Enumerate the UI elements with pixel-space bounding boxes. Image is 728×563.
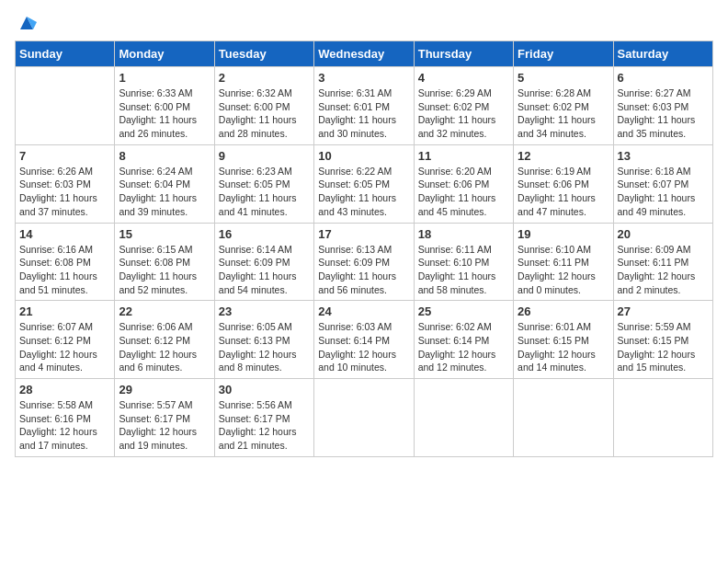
- day-number: 6: [618, 71, 709, 85]
- calendar-cell: 6Sunrise: 6:27 AMSunset: 6:03 PMDaylight…: [613, 67, 712, 145]
- day-info: Sunrise: 6:07 AMSunset: 6:12 PMDaylight:…: [19, 320, 110, 374]
- day-number: 16: [219, 227, 310, 241]
- calendar-cell: 18Sunrise: 6:11 AMSunset: 6:10 PMDayligh…: [414, 223, 513, 301]
- day-number: 26: [518, 304, 609, 318]
- calendar-cell: 3Sunrise: 6:31 AMSunset: 6:01 PMDaylight…: [314, 67, 414, 145]
- day-info: Sunrise: 6:16 AMSunset: 6:08 PMDaylight:…: [19, 243, 110, 297]
- day-number: 8: [119, 149, 210, 163]
- calendar-week-1: 1Sunrise: 6:33 AMSunset: 6:00 PMDaylight…: [16, 67, 713, 145]
- day-number: 18: [418, 227, 509, 241]
- calendar-cell: 20Sunrise: 6:09 AMSunset: 6:11 PMDayligh…: [613, 223, 712, 301]
- day-number: 4: [418, 71, 509, 85]
- calendar-week-2: 7Sunrise: 6:26 AMSunset: 6:03 PMDaylight…: [16, 144, 713, 223]
- day-info: Sunrise: 6:26 AMSunset: 6:03 PMDaylight:…: [19, 165, 110, 219]
- day-number: 10: [318, 149, 409, 163]
- calendar-week-5: 28Sunrise: 5:58 AMSunset: 6:16 PMDayligh…: [16, 379, 713, 457]
- calendar-cell: [613, 379, 712, 457]
- calendar-cell: [314, 379, 414, 457]
- header-thursday: Thursday: [414, 41, 513, 67]
- day-number: 17: [318, 227, 409, 241]
- day-number: 2: [219, 71, 310, 85]
- day-info: Sunrise: 6:11 AMSunset: 6:10 PMDaylight:…: [418, 243, 509, 297]
- day-info: Sunrise: 6:33 AMSunset: 6:00 PMDaylight:…: [119, 86, 210, 141]
- calendar-cell: 27Sunrise: 5:59 AMSunset: 6:15 PMDayligh…: [613, 301, 712, 379]
- day-number: 25: [418, 304, 509, 318]
- day-info: Sunrise: 6:09 AMSunset: 6:11 PMDaylight:…: [618, 243, 709, 297]
- day-number: 19: [518, 227, 609, 241]
- logo: [15, 15, 37, 33]
- day-info: Sunrise: 6:19 AMSunset: 6:06 PMDaylight:…: [518, 165, 609, 219]
- calendar-cell: 22Sunrise: 6:06 AMSunset: 6:12 PMDayligh…: [115, 301, 214, 379]
- day-info: Sunrise: 6:15 AMSunset: 6:08 PMDaylight:…: [119, 243, 210, 297]
- calendar-cell: 11Sunrise: 6:20 AMSunset: 6:06 PMDayligh…: [414, 144, 513, 223]
- header-saturday: Saturday: [613, 41, 712, 67]
- logo-icon: [17, 13, 37, 33]
- day-info: Sunrise: 6:28 AMSunset: 6:02 PMDaylight:…: [518, 86, 609, 141]
- day-info: Sunrise: 5:59 AMSunset: 6:15 PMDaylight:…: [618, 320, 709, 374]
- calendar-cell: 24Sunrise: 6:03 AMSunset: 6:14 PMDayligh…: [314, 301, 414, 379]
- day-number: 28: [19, 383, 110, 396]
- day-info: Sunrise: 6:31 AMSunset: 6:01 PMDaylight:…: [318, 86, 409, 141]
- day-info: Sunrise: 6:10 AMSunset: 6:11 PMDaylight:…: [518, 243, 609, 297]
- day-number: 15: [119, 227, 210, 241]
- calendar-cell: 8Sunrise: 6:24 AMSunset: 6:04 PMDaylight…: [115, 144, 214, 223]
- calendar-cell: [514, 379, 613, 457]
- header-friday: Friday: [514, 41, 613, 67]
- header-tuesday: Tuesday: [214, 41, 313, 67]
- day-info: Sunrise: 6:02 AMSunset: 6:14 PMDaylight:…: [418, 320, 509, 374]
- calendar-cell: 5Sunrise: 6:28 AMSunset: 6:02 PMDaylight…: [514, 67, 613, 145]
- day-info: Sunrise: 5:56 AMSunset: 6:17 PMDaylight:…: [219, 398, 310, 453]
- day-number: 27: [618, 304, 709, 318]
- day-info: Sunrise: 6:05 AMSunset: 6:13 PMDaylight:…: [219, 320, 310, 374]
- calendar-cell: [16, 67, 115, 145]
- day-info: Sunrise: 6:29 AMSunset: 6:02 PMDaylight:…: [418, 86, 509, 141]
- calendar-week-3: 14Sunrise: 6:16 AMSunset: 6:08 PMDayligh…: [16, 223, 713, 301]
- day-number: 5: [518, 71, 609, 85]
- calendar-cell: 21Sunrise: 6:07 AMSunset: 6:12 PMDayligh…: [16, 301, 115, 379]
- day-number: 29: [119, 383, 210, 396]
- calendar-cell: 15Sunrise: 6:15 AMSunset: 6:08 PMDayligh…: [115, 223, 214, 301]
- day-info: Sunrise: 6:13 AMSunset: 6:09 PMDaylight:…: [318, 243, 409, 297]
- day-number: 9: [219, 149, 310, 163]
- calendar-cell: 25Sunrise: 6:02 AMSunset: 6:14 PMDayligh…: [414, 301, 513, 379]
- day-info: Sunrise: 6:20 AMSunset: 6:06 PMDaylight:…: [418, 165, 509, 219]
- day-number: 1: [119, 71, 210, 85]
- day-number: 23: [219, 304, 310, 318]
- calendar-cell: 1Sunrise: 6:33 AMSunset: 6:00 PMDaylight…: [115, 67, 214, 145]
- day-number: 3: [318, 71, 409, 85]
- day-number: 7: [19, 149, 110, 163]
- calendar-cell: 16Sunrise: 6:14 AMSunset: 6:09 PMDayligh…: [214, 223, 313, 301]
- day-info: Sunrise: 5:58 AMSunset: 6:16 PMDaylight:…: [19, 398, 110, 453]
- calendar-cell: 19Sunrise: 6:10 AMSunset: 6:11 PMDayligh…: [514, 223, 613, 301]
- calendar-cell: 17Sunrise: 6:13 AMSunset: 6:09 PMDayligh…: [314, 223, 414, 301]
- day-number: 13: [618, 149, 709, 163]
- calendar-cell: 12Sunrise: 6:19 AMSunset: 6:06 PMDayligh…: [514, 144, 613, 223]
- calendar-cell: 13Sunrise: 6:18 AMSunset: 6:07 PMDayligh…: [613, 144, 712, 223]
- day-info: Sunrise: 6:18 AMSunset: 6:07 PMDaylight:…: [618, 165, 709, 219]
- calendar-header-row: SundayMondayTuesdayWednesdayThursdayFrid…: [16, 41, 713, 67]
- day-info: Sunrise: 6:03 AMSunset: 6:14 PMDaylight:…: [318, 320, 409, 374]
- calendar-cell: 29Sunrise: 5:57 AMSunset: 6:17 PMDayligh…: [115, 379, 214, 457]
- calendar-week-4: 21Sunrise: 6:07 AMSunset: 6:12 PMDayligh…: [16, 301, 713, 379]
- day-info: Sunrise: 6:06 AMSunset: 6:12 PMDaylight:…: [119, 320, 210, 374]
- calendar-cell: [414, 379, 513, 457]
- day-info: Sunrise: 6:22 AMSunset: 6:05 PMDaylight:…: [318, 165, 409, 219]
- day-number: 22: [119, 304, 210, 318]
- header-sunday: Sunday: [16, 41, 115, 67]
- calendar-cell: 23Sunrise: 6:05 AMSunset: 6:13 PMDayligh…: [214, 301, 313, 379]
- day-info: Sunrise: 6:32 AMSunset: 6:00 PMDaylight:…: [219, 86, 310, 141]
- page-header: [15, 15, 713, 33]
- day-number: 20: [618, 227, 709, 241]
- calendar-table: SundayMondayTuesdayWednesdayThursdayFrid…: [15, 40, 713, 457]
- day-info: Sunrise: 5:57 AMSunset: 6:17 PMDaylight:…: [119, 398, 210, 453]
- day-info: Sunrise: 6:24 AMSunset: 6:04 PMDaylight:…: [119, 165, 210, 219]
- day-number: 21: [19, 304, 110, 318]
- calendar-cell: 7Sunrise: 6:26 AMSunset: 6:03 PMDaylight…: [16, 144, 115, 223]
- calendar-cell: 14Sunrise: 6:16 AMSunset: 6:08 PMDayligh…: [16, 223, 115, 301]
- day-number: 14: [19, 227, 110, 241]
- header-wednesday: Wednesday: [314, 41, 414, 67]
- calendar-cell: 30Sunrise: 5:56 AMSunset: 6:17 PMDayligh…: [214, 379, 313, 457]
- day-info: Sunrise: 6:14 AMSunset: 6:09 PMDaylight:…: [219, 243, 310, 297]
- calendar-cell: 28Sunrise: 5:58 AMSunset: 6:16 PMDayligh…: [16, 379, 115, 457]
- day-number: 24: [318, 304, 409, 318]
